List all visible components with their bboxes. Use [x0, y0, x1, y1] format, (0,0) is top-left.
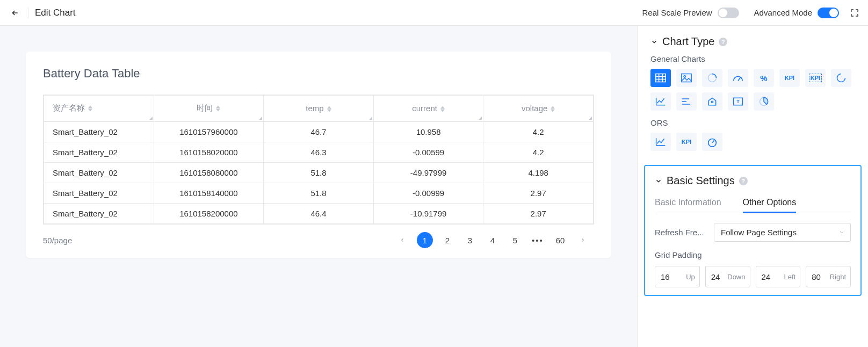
page-last[interactable]: 60: [552, 232, 568, 248]
cell-current: -10.91799: [373, 204, 483, 224]
pagination: 50/page 12345 ••• 60: [43, 232, 594, 248]
chart-type-progress-circle[interactable]: [702, 69, 722, 87]
chevron-down-icon: [655, 177, 662, 185]
column-header-time[interactable]: 时间: [154, 96, 264, 121]
cell-voltage: 4.2: [483, 122, 594, 142]
padding-up-input[interactable]: [655, 272, 675, 281]
page-3[interactable]: 3: [462, 232, 478, 248]
column-header-current[interactable]: current: [373, 96, 483, 121]
page-size-label[interactable]: 50/page: [43, 236, 72, 245]
cell-temp: 51.8: [264, 183, 374, 204]
grid-padding-label: Grid Padding: [655, 250, 851, 259]
padding-down-label: Down: [725, 273, 750, 281]
general-charts-label: General Charts: [650, 54, 855, 63]
page-2[interactable]: 2: [439, 232, 455, 248]
padding-left-field[interactable]: Left: [756, 266, 801, 287]
chart-type-gauge[interactable]: [728, 69, 748, 87]
chevron-down-icon: [650, 38, 658, 46]
cell-asset: Smart_Battery_02: [44, 183, 154, 204]
cell-current: 10.958: [373, 122, 483, 142]
tab-other-options[interactable]: Other Options: [743, 193, 797, 213]
chart-type-pie-arc[interactable]: [754, 92, 774, 111]
table-row[interactable]: Smart_Battery_02161015796000046.710.9584…: [44, 122, 594, 142]
chart-type-kpi-alt[interactable]: KPI: [805, 69, 826, 87]
tab-basic-information[interactable]: Basic Information: [655, 193, 721, 213]
real-scale-toggle[interactable]: [718, 8, 739, 18]
table-row[interactable]: Smart_Battery_02161015802000046.3-0.0059…: [44, 142, 594, 163]
page-4[interactable]: 4: [484, 232, 501, 248]
help-icon[interactable]: ?: [719, 38, 727, 46]
page-prev[interactable]: [394, 232, 410, 248]
table-row[interactable]: Smart_Battery_02161015814000051.8-0.0099…: [44, 183, 594, 204]
table-row[interactable]: Smart_Battery_02161015808000051.8-49.979…: [44, 163, 594, 183]
cell-current: -0.00999: [373, 183, 483, 204]
header-divider: [28, 8, 28, 18]
padding-right-input[interactable]: [806, 272, 826, 281]
cell-time: 1610158020000: [154, 142, 264, 163]
ors-chart-type-gauge-dashboard[interactable]: [702, 133, 722, 151]
cell-temp: 46.3: [264, 142, 374, 163]
page-5[interactable]: 5: [507, 232, 523, 248]
column-header-voltage[interactable]: voltage: [483, 96, 594, 121]
advanced-mode-toggle[interactable]: [818, 8, 839, 18]
svg-text:T: T: [736, 99, 739, 104]
ors-chart-type-kpi[interactable]: KPI: [676, 133, 697, 151]
cell-temp: 46.4: [264, 204, 374, 224]
card-title: Battery Data Table: [43, 67, 594, 81]
refresh-frequency-label: Refresh Fre...: [655, 228, 708, 237]
basic-settings-header[interactable]: Basic Settings ?: [655, 175, 854, 187]
table-row[interactable]: Smart_Battery_02161015820000046.4-10.917…: [44, 204, 594, 224]
cell-time: 1610158140000: [154, 183, 264, 204]
chart-type-image[interactable]: [676, 69, 697, 87]
svg-line-17: [712, 140, 714, 143]
main-canvas: Battery Data Table 资产名称时间tempcurrentvolt…: [0, 26, 637, 347]
cell-voltage: 2.97: [483, 183, 594, 204]
cell-time: 1610158080000: [154, 163, 264, 183]
column-header-asset[interactable]: 资产名称: [44, 96, 154, 121]
chart-type-percent[interactable]: %: [754, 69, 774, 87]
column-header-temp[interactable]: temp: [264, 96, 374, 121]
svg-line-8: [738, 77, 741, 81]
cell-current: -0.00599: [373, 142, 483, 163]
padding-right-label: Right: [826, 273, 850, 281]
fullscreen-icon[interactable]: [850, 8, 859, 18]
svg-point-6: [684, 76, 685, 77]
padding-left-input[interactable]: [756, 272, 776, 281]
real-scale-label: Real Scale Preview: [642, 8, 712, 17]
cell-voltage: 4.2: [483, 142, 594, 163]
ors-label: ORS: [650, 118, 855, 127]
ors-chart-type-line-chart[interactable]: [650, 133, 671, 151]
cell-current: -49.97999: [373, 163, 483, 183]
svg-rect-0: [656, 74, 666, 82]
settings-sidebar: Chart Type ? General Charts %KPIKPIT ORS…: [637, 26, 868, 347]
advanced-mode-label: Advanced Mode: [754, 8, 812, 17]
cell-time: 1610158200000: [154, 204, 264, 224]
chart-type-bar-horizontal[interactable]: [676, 92, 697, 111]
padding-right-field[interactable]: Right: [806, 266, 851, 287]
cell-temp: 46.7: [264, 122, 374, 142]
cell-asset: Smart_Battery_02: [44, 122, 154, 142]
padding-left-label: Left: [776, 273, 800, 281]
help-icon[interactable]: ?: [739, 177, 748, 185]
cell-voltage: 2.97: [483, 204, 594, 224]
chart-type-table[interactable]: [650, 69, 671, 87]
chart-type-loading-circle[interactable]: [831, 69, 851, 87]
chart-type-text-box[interactable]: T: [728, 92, 748, 111]
back-button[interactable]: [9, 6, 21, 19]
page-next[interactable]: [575, 232, 591, 248]
chart-type-kpi[interactable]: KPI: [779, 69, 800, 87]
page-ellipsis[interactable]: •••: [530, 232, 546, 248]
svg-rect-5: [682, 74, 691, 82]
cell-temp: 51.8: [264, 163, 374, 183]
chart-type-map-pin[interactable]: [702, 92, 722, 111]
header: Edit Chart Real Scale Preview Advanced M…: [0, 0, 868, 26]
chart-type-header[interactable]: Chart Type ?: [650, 35, 855, 48]
padding-down-field[interactable]: Down: [705, 266, 750, 287]
padding-up-field[interactable]: Up: [655, 266, 700, 287]
refresh-frequency-select[interactable]: Follow Page Settings: [714, 223, 851, 242]
page-1[interactable]: 1: [417, 232, 433, 248]
padding-down-input[interactable]: [706, 272, 725, 281]
chevron-down-icon: [838, 228, 845, 237]
chart-type-line-chart[interactable]: [650, 92, 671, 111]
padding-up-label: Up: [675, 273, 699, 281]
